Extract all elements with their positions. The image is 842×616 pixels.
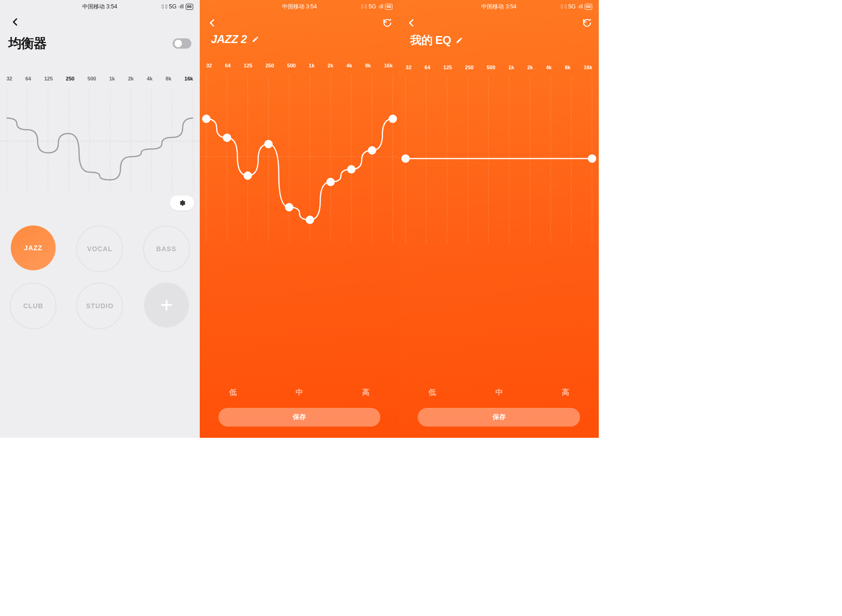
preset-club[interactable]: CLUB (10, 283, 57, 329)
svg-point-24 (243, 172, 252, 180)
svg-point-22 (202, 115, 210, 123)
status-time: 3:54 (106, 3, 117, 10)
settings-button[interactable] (170, 196, 194, 210)
freq-label: 8k (166, 76, 171, 81)
freq-label: 4k (546, 65, 552, 70)
status-bar: 中国移动 3:54 􀐫 􀙇 5G ·ıll 66 (399, 0, 599, 12)
freq-label: 125 (244, 63, 252, 68)
freq-label: 32 (206, 63, 212, 68)
freq-label: 1k (508, 65, 514, 70)
band-labels: 低 中 高 (200, 388, 399, 398)
svg-point-27 (305, 216, 314, 224)
presets-grid: JAZZVOCALBASSCLUBSTUDIO (0, 193, 200, 329)
reset-button[interactable] (382, 18, 392, 28)
back-button[interactable] (404, 15, 420, 31)
band-mid[interactable]: 中 (296, 388, 303, 398)
eq-chart-editable[interactable] (399, 77, 599, 245)
freq-label: 8k (365, 63, 371, 68)
preset-studio[interactable]: STUDIO (76, 283, 123, 329)
band-mid[interactable]: 中 (495, 388, 503, 398)
freq-label: 125 (44, 76, 52, 81)
freq-label: 16k (184, 76, 193, 81)
freq-label: 32 (406, 65, 411, 70)
preset-bass[interactable]: BASS (143, 225, 190, 272)
band-low[interactable]: 低 (428, 388, 436, 398)
svg-point-26 (285, 203, 293, 211)
freq-label: 250 (66, 76, 74, 81)
page-title: 均衡器 (8, 35, 46, 52)
frequency-labels: 32641252505001k2k4k8k16k (200, 63, 399, 68)
freq-label: 4k (147, 76, 152, 81)
freq-label: 32 (7, 76, 12, 81)
preset-jazz[interactable]: JAZZ (11, 225, 56, 270)
edit-title-button[interactable] (456, 36, 463, 44)
freq-label: 16k (384, 63, 392, 68)
eq-chart-editable[interactable] (200, 75, 399, 243)
save-button[interactable]: 保存 (418, 408, 580, 427)
svg-point-29 (347, 165, 356, 174)
freq-label: 2k (327, 63, 333, 68)
freq-label: 64 (425, 65, 430, 70)
svg-point-23 (223, 134, 231, 142)
screen-eq-edit-jazz: 中国移动 3:54 􀐫 􀙇 5G ·ıll 66 JAZZ 2 32641252… (200, 0, 399, 438)
freq-label: 500 (87, 76, 96, 81)
add-preset-button[interactable] (144, 283, 189, 327)
freq-label: 2k (128, 76, 134, 81)
freq-label: 500 (486, 65, 495, 70)
back-button[interactable] (204, 15, 220, 31)
band-labels: 低 中 高 (399, 388, 599, 398)
freq-label: 4k (347, 63, 352, 68)
frequency-labels: 32641252505001k2k4k8k16k (0, 76, 200, 81)
svg-point-28 (326, 178, 334, 186)
frequency-labels: 32641252505001k2k4k8k16k (399, 65, 599, 70)
band-high[interactable]: 高 (562, 388, 569, 398)
status-bar: 中国移动 3:54 􀐫 􀙇 5G ·ıll 66 (200, 0, 399, 12)
preset-vocal[interactable]: VOCAL (76, 225, 123, 272)
freq-label: 64 (25, 76, 31, 81)
freq-label: 250 (265, 63, 274, 68)
band-low[interactable]: 低 (229, 388, 237, 398)
freq-label: 1k (109, 76, 115, 81)
eq-chart (0, 90, 200, 193)
freq-label: 500 (287, 63, 296, 68)
svg-point-30 (368, 146, 376, 155)
back-button[interactable] (7, 14, 23, 30)
band-high[interactable]: 高 (362, 388, 370, 398)
status-icons: 􀐫 􀙇 5G ·ıll (162, 3, 184, 10)
freq-label: 250 (465, 65, 473, 70)
screen-eq-edit-myeq: 中国移动 3:54 􀐫 􀙇 5G ·ıll 66 我的 EQ 326412525… (399, 0, 599, 438)
svg-point-25 (264, 140, 273, 148)
svg-point-31 (388, 115, 397, 123)
screen-equalizer-light: 中国移动 3:54 􀐫 􀙇 5G ·ıll 66 均衡器 32641252505… (0, 0, 200, 438)
freq-label: 16k (584, 65, 592, 70)
svg-point-43 (401, 154, 410, 163)
status-bar: 中国移动 3:54 􀐫 􀙇 5G ·ıll 66 (0, 0, 200, 12)
freq-label: 8k (565, 65, 570, 70)
save-button[interactable]: 保存 (218, 408, 381, 427)
reset-button[interactable] (582, 18, 592, 28)
eq-title: 我的 EQ (410, 33, 451, 48)
freq-label: 125 (443, 65, 452, 70)
freq-label: 64 (225, 63, 231, 68)
status-carrier: 中国移动 (82, 3, 105, 10)
freq-label: 1k (309, 63, 314, 68)
edit-title-button[interactable] (252, 36, 259, 43)
svg-point-44 (588, 154, 596, 163)
eq-title: JAZZ 2 (211, 33, 247, 46)
eq-toggle[interactable] (173, 38, 191, 49)
battery-icon: 66 (186, 4, 193, 10)
freq-label: 2k (527, 65, 533, 70)
